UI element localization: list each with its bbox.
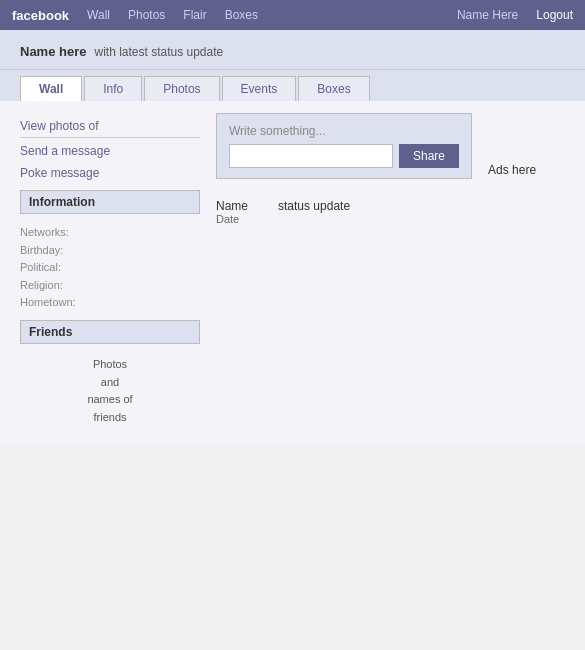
information-fields: Networks: Birthday: Political: Religion:… — [20, 220, 200, 316]
status-date: Date — [216, 213, 248, 225]
send-message-link[interactable]: Send a message — [20, 138, 200, 162]
status-name-date: Name Date — [216, 199, 248, 225]
view-photos-link[interactable]: View photos of — [20, 113, 200, 138]
center-column: Write something... Share Name Date statu… — [200, 113, 488, 432]
logout-button[interactable]: Logout — [536, 8, 573, 22]
info-political: Political: — [20, 259, 200, 277]
tab-wall[interactable]: Wall — [20, 76, 82, 101]
ads-label: Ads here — [488, 113, 585, 177]
profile-name: Name here — [20, 44, 86, 59]
friends-photos: Photosandnames offriends — [20, 350, 200, 432]
main-content: View photos of Send a message Poke messa… — [0, 101, 585, 444]
nav-flair[interactable]: Flair — [183, 8, 206, 22]
info-religion: Religion: — [20, 277, 200, 295]
friends-title: Friends — [29, 325, 191, 339]
write-label: Write something... — [229, 124, 459, 138]
info-networks: Networks: — [20, 224, 200, 242]
right-column: Ads here — [488, 113, 585, 432]
tab-bar: Wall Info Photos Events Boxes — [0, 70, 585, 101]
top-navigation: facebook Wall Photos Flair Boxes Name He… — [0, 0, 585, 30]
information-box: Information — [20, 190, 200, 214]
profile-status: with latest status update — [94, 45, 223, 59]
write-box: Write something... Share — [216, 113, 472, 179]
status-row: Name Date status update — [216, 193, 472, 231]
status-name: Name — [216, 199, 248, 213]
tab-boxes[interactable]: Boxes — [298, 76, 369, 101]
tab-photos[interactable]: Photos — [144, 76, 219, 101]
poke-button[interactable]: Poke message — [20, 166, 99, 180]
tab-events[interactable]: Events — [222, 76, 297, 101]
nav-wall[interactable]: Wall — [87, 8, 110, 22]
friends-box: Friends — [20, 320, 200, 344]
write-input[interactable] — [229, 144, 393, 168]
tab-info[interactable]: Info — [84, 76, 142, 101]
write-row: Share — [229, 144, 459, 168]
nav-boxes[interactable]: Boxes — [225, 8, 258, 22]
information-title: Information — [29, 195, 191, 209]
brand-logo: facebook — [12, 8, 69, 23]
left-column: View photos of Send a message Poke messa… — [20, 113, 200, 432]
profile-header: Name here with latest status update — [0, 30, 585, 70]
info-hometown: Hometown: — [20, 294, 200, 312]
nav-username: Name Here — [457, 8, 518, 22]
nav-photos[interactable]: Photos — [128, 8, 165, 22]
status-update-text: status update — [278, 199, 350, 225]
share-button[interactable]: Share — [399, 144, 459, 168]
poke-section: Poke message — [20, 162, 200, 186]
info-birthday: Birthday: — [20, 242, 200, 260]
